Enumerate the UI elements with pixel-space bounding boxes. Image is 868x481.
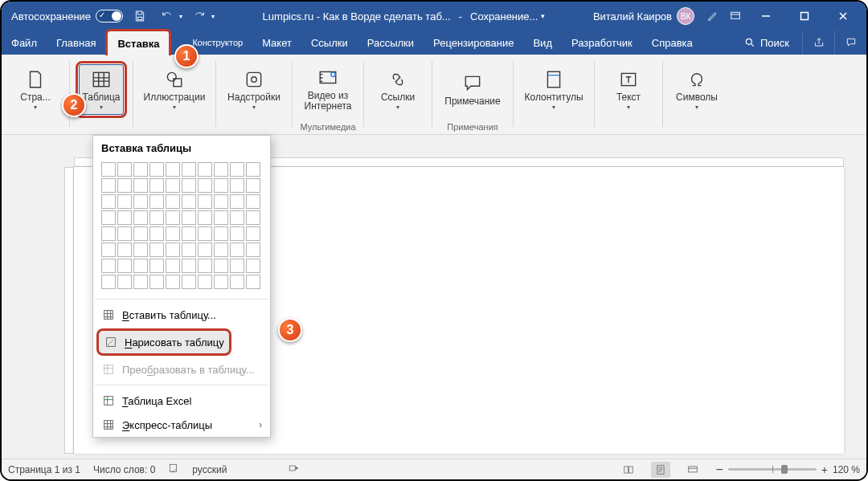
grid-cell[interactable] (149, 226, 164, 241)
online-video-button[interactable]: Видео изИнтернета (299, 63, 357, 116)
grid-cell[interactable] (166, 259, 180, 273)
grid-cell[interactable] (149, 162, 164, 177)
grid-cell[interactable] (230, 275, 244, 289)
grid-cell[interactable] (246, 194, 260, 209)
grid-cell[interactable] (214, 178, 228, 193)
grid-cell[interactable] (214, 243, 228, 257)
grid-cell[interactable] (182, 226, 196, 241)
grid-cell[interactable] (101, 226, 116, 241)
grid-cell[interactable] (198, 226, 212, 241)
grid-cell[interactable] (230, 162, 244, 177)
account-button[interactable]: Виталий Каиров ВК (593, 7, 694, 25)
grid-cell[interactable] (214, 259, 228, 273)
undo-more[interactable]: ▾ (179, 13, 182, 20)
grid-cell[interactable] (246, 178, 260, 193)
vertical-ruler[interactable] (64, 167, 74, 454)
grid-cell[interactable] (182, 178, 196, 193)
word-count[interactable]: Число слов: 0 (93, 464, 155, 475)
tab-view[interactable]: Вид (523, 31, 562, 55)
grid-cell[interactable] (198, 259, 212, 273)
grid-cell[interactable] (246, 210, 260, 225)
grid-cell[interactable] (101, 178, 116, 193)
tab-layout[interactable]: Макет (252, 31, 301, 55)
share-button[interactable] (802, 31, 834, 55)
grid-cell[interactable] (101, 259, 116, 273)
undo-icon[interactable] (157, 6, 178, 26)
ribbon-display-icon[interactable] (725, 6, 746, 26)
grid-cell[interactable] (198, 275, 212, 289)
grid-cell[interactable] (166, 226, 180, 241)
page-number[interactable]: Страница 1 из 1 (8, 464, 80, 475)
tab-help[interactable]: Справка (642, 31, 702, 55)
tab-review[interactable]: Рецензирование (424, 31, 523, 55)
grid-cell[interactable] (246, 162, 260, 177)
grid-cell[interactable] (133, 226, 148, 241)
grid-cell[interactable] (230, 226, 244, 241)
table-size-grid[interactable] (93, 159, 270, 296)
grid-cell[interactable] (182, 275, 196, 289)
pen-icon[interactable] (702, 6, 723, 26)
grid-cell[interactable] (117, 210, 132, 225)
grid-cell[interactable] (101, 194, 116, 209)
grid-cell[interactable] (133, 178, 148, 193)
grid-cell[interactable] (198, 194, 212, 209)
grid-cell[interactable] (117, 194, 132, 209)
close-button[interactable] (825, 2, 862, 31)
view-web-icon[interactable] (683, 462, 702, 478)
grid-cell[interactable] (214, 275, 228, 289)
view-print-icon[interactable] (651, 462, 670, 478)
tab-developer[interactable]: Разработчик (562, 31, 642, 55)
tab-file[interactable]: Файл (2, 31, 47, 55)
grid-cell[interactable] (149, 259, 164, 273)
grid-cell[interactable] (214, 194, 228, 209)
grid-cell[interactable] (182, 243, 196, 257)
text-button[interactable]: Текст▾ (601, 64, 656, 115)
grid-cell[interactable] (149, 194, 164, 209)
grid-cell[interactable] (230, 210, 244, 225)
grid-cell[interactable] (101, 210, 116, 225)
grid-cell[interactable] (101, 275, 116, 289)
language-status[interactable]: русский (192, 464, 227, 475)
grid-cell[interactable] (117, 243, 132, 257)
grid-cell[interactable] (166, 162, 180, 177)
grid-cell[interactable] (149, 178, 164, 193)
tab-references[interactable]: Ссылки (301, 31, 358, 55)
grid-cell[interactable] (198, 210, 212, 225)
maximize-button[interactable] (786, 2, 823, 31)
grid-cell[interactable] (117, 162, 132, 177)
headerfooter-button[interactable]: Колонтитулы▾ (520, 64, 588, 115)
grid-cell[interactable] (182, 162, 196, 177)
grid-cell[interactable] (246, 259, 260, 273)
tab-home[interactable]: Главная (47, 31, 105, 55)
grid-cell[interactable] (198, 243, 212, 257)
grid-cell[interactable] (133, 259, 148, 273)
grid-cell[interactable] (246, 226, 260, 241)
addins-button[interactable]: Надстройки▾ (223, 64, 285, 115)
grid-cell[interactable] (117, 275, 132, 289)
grid-cell[interactable] (166, 243, 180, 257)
pages-button[interactable]: Стра...▾ (8, 64, 63, 115)
menu-insert-table[interactable]: ВВставить таблицу...ставить таблицу... (93, 303, 270, 327)
comment-button[interactable]: Примечание (439, 68, 506, 111)
links-button[interactable]: Ссылки▾ (371, 64, 425, 115)
illustrations-button[interactable]: Иллюстрации▾ (140, 64, 209, 115)
save-icon[interactable] (129, 6, 150, 26)
comments-pane-button[interactable] (834, 31, 866, 55)
zoom-control[interactable]: − + 120 % (715, 463, 860, 476)
grid-cell[interactable] (149, 275, 164, 289)
grid-cell[interactable] (182, 259, 196, 273)
grid-cell[interactable] (133, 275, 148, 289)
grid-cell[interactable] (133, 243, 148, 257)
grid-cell[interactable] (133, 210, 148, 225)
grid-cell[interactable] (101, 162, 116, 177)
grid-cell[interactable] (214, 162, 228, 177)
grid-cell[interactable] (198, 178, 212, 193)
grid-cell[interactable] (166, 275, 180, 289)
grid-cell[interactable] (246, 243, 260, 257)
grid-cell[interactable] (214, 210, 228, 225)
grid-cell[interactable] (182, 210, 196, 225)
search-button[interactable]: Поиск (731, 31, 802, 55)
grid-cell[interactable] (230, 259, 244, 273)
grid-cell[interactable] (166, 210, 180, 225)
view-read-icon[interactable] (619, 462, 638, 478)
